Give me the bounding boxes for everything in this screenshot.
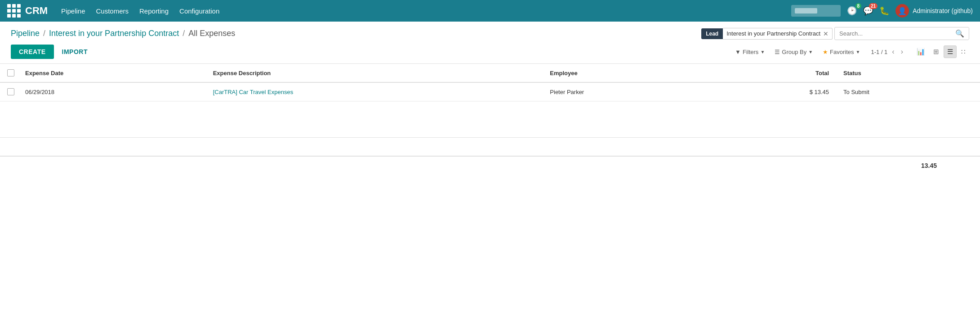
cell-expense-date: 06/29/2018 — [18, 82, 206, 101]
group-by-button[interactable]: ☰ Group By ▼ — [772, 47, 815, 57]
group-by-label: Group By — [782, 49, 806, 55]
kanban-view-button[interactable]: ⊞ — [930, 45, 943, 58]
table-footer: 13.45 — [0, 156, 980, 175]
pagination-text: 1-1 / 1 — [871, 49, 887, 55]
col-status: Status — [836, 64, 980, 82]
filter-chip-text: Interest in your Partnership Contract — [726, 30, 820, 37]
topnav-right: 🕑 8 💬 21 🐛 👤 Administrator (github) — [791, 4, 973, 18]
col-expense-description: Expense Description — [206, 64, 543, 82]
breadcrumb-sep2: / — [183, 29, 185, 38]
favorites-button[interactable]: ★ Favorites ▼ — [820, 47, 863, 57]
nav-configuration[interactable]: Configuration — [179, 7, 219, 15]
activities-icon[interactable]: 🕑 8 — [847, 6, 857, 16]
select-all-header[interactable] — [0, 64, 18, 82]
app-grid-icon[interactable] — [7, 4, 21, 18]
search-bar: 🔍 — [834, 27, 969, 40]
nav-pipeline[interactable]: Pipeline — [61, 7, 85, 15]
nav-links: Pipeline Customers Reporting Configurati… — [61, 7, 791, 15]
total-label: 13.45 — [921, 162, 973, 169]
cell-description: [CarTRA] Car Travel Expenses — [206, 82, 543, 101]
col-employee: Employee — [543, 64, 715, 82]
bug-icon[interactable]: 🐛 — [879, 6, 889, 16]
action-bar: CREATE IMPORT ▼ Filters ▼ ☰ Group By ▼ ★… — [0, 40, 980, 64]
bar-chart-view-button[interactable]: 📊 — [913, 45, 929, 58]
cell-employee: Pieter Parker — [543, 82, 715, 101]
next-page-button[interactable]: › — [899, 47, 905, 57]
favorites-star-icon: ★ — [823, 49, 828, 55]
lead-tag: Lead — [701, 28, 723, 39]
messages-icon[interactable]: 💬 21 — [863, 6, 873, 16]
col-expense-date: Expense Date — [18, 64, 206, 82]
user-menu[interactable]: 👤 Administrator (github) — [895, 4, 973, 18]
app-logo: CRM — [25, 5, 48, 17]
top-navbar: CRM Pipeline Customers Reporting Configu… — [0, 0, 980, 22]
search-input-nav[interactable] — [791, 5, 841, 17]
table-container: Expense Date Expense Description Employe… — [0, 64, 980, 101]
import-button[interactable]: IMPORT — [58, 45, 92, 59]
prev-page-button[interactable]: ‹ — [890, 47, 896, 57]
filter-chip: Interest in your Partnership Contract ✕ — [723, 28, 833, 40]
favorites-chevron: ▼ — [856, 50, 860, 54]
view-icons: 📊 ⊞ ☰ ∷ — [913, 45, 969, 58]
breadcrumb-bar: Pipeline / Interest in your Partnership … — [0, 22, 980, 40]
row-checkbox[interactable] — [7, 88, 14, 95]
row-checkbox-cell[interactable] — [0, 82, 18, 101]
search-input[interactable] — [835, 28, 951, 39]
filter-chip-close[interactable]: ✕ — [823, 30, 829, 37]
breadcrumb: Pipeline / Interest in your Partnership … — [11, 29, 235, 38]
search-filter-area: Lead Interest in your Partnership Contra… — [701, 27, 969, 40]
table-row[interactable]: 06/29/2018 [CarTRA] Car Travel Expenses … — [0, 82, 980, 101]
filters-chevron: ▼ — [760, 50, 765, 54]
breadcrumb-current: All Expenses — [188, 29, 235, 38]
cell-status: To Submit — [836, 82, 980, 101]
groupby-icon: ☰ — [775, 49, 780, 55]
grid-view-button[interactable]: ∷ — [958, 45, 969, 58]
expenses-table: Expense Date Expense Description Employe… — [0, 64, 980, 101]
list-view-button[interactable]: ☰ — [944, 45, 957, 58]
action-right: ▼ Filters ▼ ☰ Group By ▼ ★ Favorites ▼ 1… — [732, 45, 969, 58]
favorites-label: Favorites — [830, 49, 854, 55]
search-button[interactable]: 🔍 — [951, 27, 969, 40]
nav-customers[interactable]: Customers — [96, 7, 129, 15]
select-all-checkbox[interactable] — [7, 69, 14, 76]
messages-badge: 21 — [869, 3, 878, 9]
user-name: Administrator (github) — [913, 7, 973, 14]
cell-total: $ 13.45 — [716, 82, 836, 101]
filter-icon: ▼ — [735, 49, 741, 55]
col-total: Total — [716, 64, 836, 82]
groupby-chevron: ▼ — [808, 50, 813, 54]
avatar: 👤 — [895, 4, 909, 18]
pagination: 1-1 / 1 ‹ › — [871, 47, 905, 57]
breadcrumb-part2[interactable]: Interest in your Partnership Contract — [49, 29, 179, 38]
nav-reporting[interactable]: Reporting — [139, 7, 169, 15]
action-left: CREATE IMPORT — [11, 45, 92, 59]
breadcrumb-sep1: / — [43, 29, 45, 38]
create-button[interactable]: CREATE — [11, 45, 54, 59]
breadcrumb-part1[interactable]: Pipeline — [11, 29, 40, 38]
filters-label: Filters — [743, 49, 758, 55]
filters-button[interactable]: ▼ Filters ▼ — [732, 47, 767, 57]
activities-badge: 8 — [855, 3, 862, 9]
